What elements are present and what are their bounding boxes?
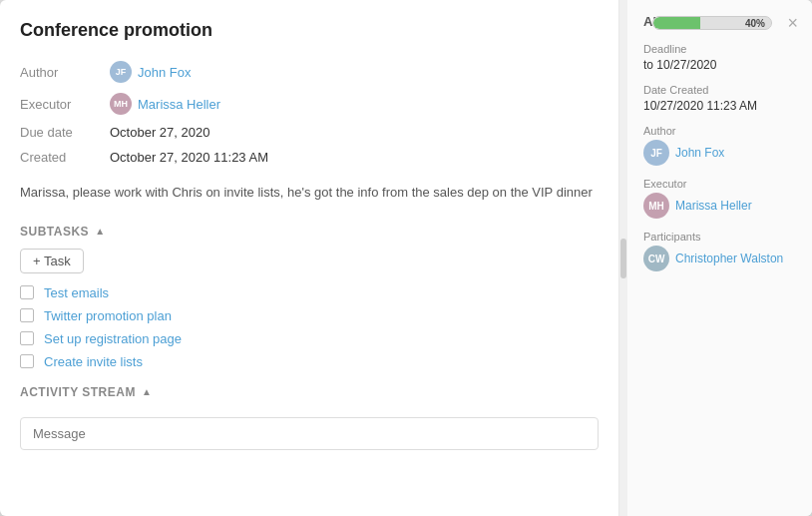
executor-name[interactable]: Marissa Heller [138, 97, 220, 112]
subtask-item: Set up registration page [20, 331, 599, 346]
subtasks-label: SUBTASKS [20, 225, 89, 239]
right-executor-label: Executor [643, 178, 796, 190]
executor-value: MH Marissa Heller [110, 93, 599, 115]
date-created-label: Date Created [643, 84, 796, 96]
scrollbar[interactable] [619, 0, 627, 516]
executor-avatar: MH [110, 93, 132, 115]
deadline-label: Deadline [643, 43, 796, 55]
author-name[interactable]: John Fox [138, 65, 191, 80]
activity-stream-chevron: ▲ [142, 386, 152, 397]
description: Marissa, please work with Chris on invit… [20, 183, 599, 203]
right-author-name[interactable]: John Fox [675, 146, 724, 160]
deadline-value: to 10/27/2020 [643, 58, 796, 72]
due-date-value: October 27, 2020 [110, 125, 599, 140]
left-panel: Conference promotion Author JF John Fox … [0, 0, 619, 516]
subtask-label-4[interactable]: Create invite lists [44, 354, 143, 369]
subtask-checkbox-3[interactable] [20, 331, 34, 345]
date-created-field: Date Created 10/27/2020 11:23 AM [643, 84, 796, 113]
subtask-checkbox-1[interactable] [20, 285, 34, 299]
participants-field: Participants CW Christopher Walston [643, 231, 796, 271]
right-executor-avatar: MH [643, 193, 669, 219]
right-executor-value: MH Marissa Heller [643, 193, 796, 219]
deadline-field: Deadline to 10/27/2020 [643, 43, 796, 72]
subtask-label-1[interactable]: Test emails [44, 285, 109, 300]
author-value: JF John Fox [110, 61, 599, 83]
add-task-button[interactable]: + Task [20, 249, 84, 273]
activity-stream-label: ACTIVITY STREAM [20, 385, 136, 399]
close-button[interactable]: × [787, 14, 798, 32]
participant-name[interactable]: Christopher Walston [675, 252, 783, 265]
subtask-item: Twitter promotion plan [20, 308, 599, 323]
modal: 40% × Conference promotion Author JF Joh… [0, 0, 812, 516]
progress-bar-fill [653, 17, 700, 29]
right-executor-name[interactable]: Marissa Heller [675, 199, 752, 213]
right-author-value: JF John Fox [643, 140, 796, 166]
subtasks-chevron: ▲ [95, 226, 105, 237]
message-input[interactable] [20, 417, 599, 450]
meta-table: Author JF John Fox Executor MH Marissa H… [20, 61, 599, 165]
right-author-field: Author JF John Fox [643, 125, 796, 166]
participants-label: Participants [643, 231, 796, 243]
right-executor-field: Executor MH Marissa Heller [643, 178, 796, 219]
subtask-checkbox-2[interactable] [20, 308, 34, 322]
right-author-label: Author [643, 125, 796, 137]
modal-title: Conference promotion [20, 20, 599, 41]
progress-bar-wrap: 40% [652, 16, 772, 30]
right-author-avatar: JF [643, 140, 669, 166]
activity-stream-header: ACTIVITY STREAM ▲ [20, 385, 599, 399]
progress-bar-container: 40% [652, 16, 772, 30]
created-value: October 27, 2020 11:23 AM [110, 150, 599, 165]
activity-section: ACTIVITY STREAM ▲ [20, 385, 599, 450]
subtasks-header: SUBTASKS ▲ [20, 225, 599, 239]
due-date-label: Due date [20, 125, 110, 140]
executor-label: Executor [20, 93, 110, 115]
progress-label: 40% [745, 18, 765, 29]
subtask-checkbox-4[interactable] [20, 354, 34, 368]
right-panel: About Task ▲ Deadline to 10/27/2020 Date… [627, 0, 812, 516]
participants-value: CW Christopher Walston [643, 246, 796, 271]
participant-avatar: CW [643, 246, 669, 271]
created-label: Created [20, 150, 110, 165]
author-label: Author [20, 61, 110, 83]
scrollbar-thumb [620, 239, 626, 278]
subtask-list: Test emails Twitter promotion plan Set u… [20, 285, 599, 369]
subtask-item: Create invite lists [20, 354, 599, 369]
subtask-item: Test emails [20, 285, 599, 300]
date-created-value: 10/27/2020 11:23 AM [643, 99, 796, 113]
subtask-label-3[interactable]: Set up registration page [44, 331, 182, 346]
author-avatar: JF [110, 61, 132, 83]
subtask-label-2[interactable]: Twitter promotion plan [44, 308, 172, 323]
